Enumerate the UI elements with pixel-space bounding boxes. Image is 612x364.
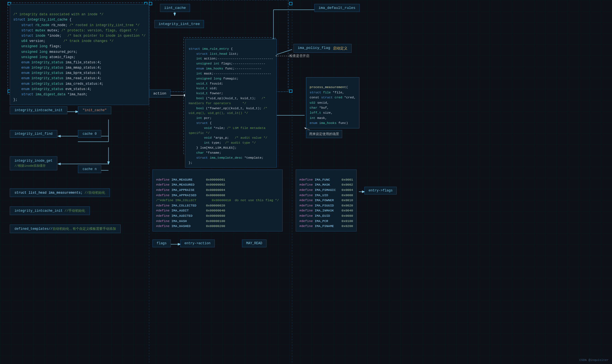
usage-scenario-label: 用来设定使用的场景 [306,130,342,138]
ima-default-rules-label: ima_default_rules [314,4,360,12]
entry-flags-label-box: entry->flags [364,187,397,195]
integrity-iintcache-init-box-1: integrity_iintcache_init [10,106,67,114]
process-measurement-block: process_measurement( struct file *file, … [306,77,359,128]
ima-policy-flag-label: ima_policy_flag 启动定义 [293,44,352,53]
cache-n-box: cache n [78,165,101,173]
svg-rect-30 [289,2,292,5]
ima-flags-defines-block: #define IMA_MEASURE 0x00000001 #define I… [152,169,283,231]
list-head-measurements-box: struct list_head ima_measurements; //自动初… [10,188,110,197]
watermark: CSDN @inquisiter [579,358,609,362]
annotation-check-enable: <------检查是否开启 [275,54,309,58]
defined-templates-box: defined_templates//自动初始化，有个自定义模板需要手动添加 [10,225,121,233]
flags-label-box: flags [152,240,171,247]
action-label-box: action [149,89,171,98]
init-cache-box: "init_cache" [78,106,111,114]
iint-cache-label: iint_cache [160,4,190,12]
ima-func-defines-block: #define IMA_FUNC 0x0001 #define IMA_MASK… [296,169,357,231]
integrity-iint-find-box: integrity_iint_find [10,130,57,138]
integrity-iint-cache-block: /* integrity data associated with an ino… [10,4,149,105]
integrity-inode-get-box: integrity_inode_get//根据inode添加缓存 [10,156,57,170]
cache-0-box: cache 0 [78,130,101,138]
svg-rect-29 [149,2,152,5]
integrity-iint-tree-label: integrity_iint_tree [154,20,204,28]
may-read-label-box: MAY_READ [242,240,266,247]
ima-rule-entry-block: struct ima_rule_entry { struct list_head… [185,39,277,168]
svg-rect-32 [289,90,292,93]
entry-action-label-box: entry->action [180,240,215,247]
integrity-iintcache-init-manual-box: integrity_iintcache_init //手动初始化 [10,206,90,215]
